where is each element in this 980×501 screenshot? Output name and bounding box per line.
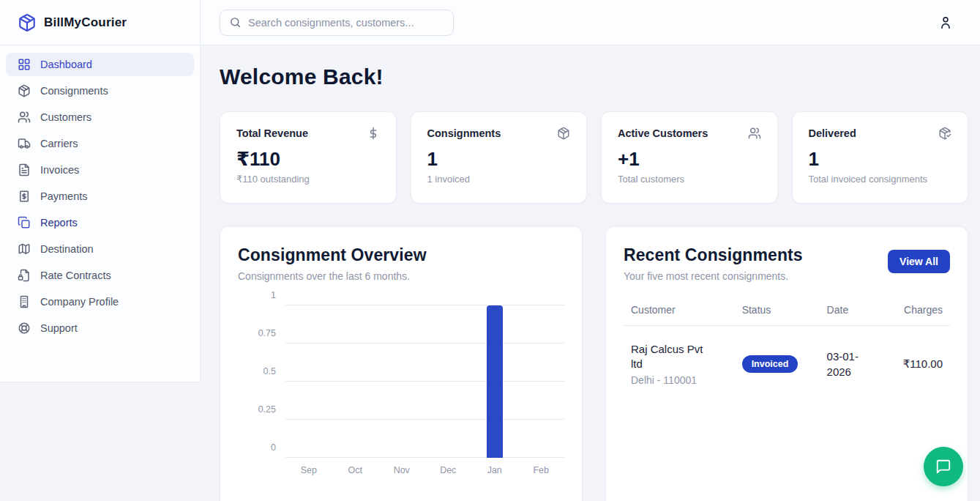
- sidebar-item-label: Support: [40, 322, 78, 334]
- sidebar-nav: Dashboard Consignments Customers Carrier…: [0, 45, 200, 350]
- dollar-icon: [367, 127, 380, 140]
- sidebar-item-label: Reports: [40, 217, 78, 229]
- chart-y-tick-label: 0.75: [238, 328, 276, 338]
- sidebar-item-consignments[interactable]: Consignments: [6, 79, 194, 103]
- col-header-date: Date: [820, 300, 891, 326]
- sidebar-item-dashboard[interactable]: Dashboard: [6, 53, 194, 76]
- chart-x-tick-label: Dec: [425, 465, 472, 475]
- chart-x-tick-label: Sep: [285, 465, 332, 475]
- sidebar-item-label: Dashboard: [40, 59, 92, 70]
- copy-icon: [18, 216, 31, 229]
- sidebar-item-support[interactable]: Support: [6, 316, 194, 340]
- chart-x-tick-label: Oct: [332, 465, 379, 475]
- bar-chart: 00.250.50.751 SepOctNovDecJanFeb: [238, 305, 564, 475]
- chart-bar-column: [285, 305, 332, 458]
- stat-subtext: Total invoiced consignments: [809, 174, 952, 185]
- stat-title: Delivered: [809, 127, 856, 139]
- chart-y-tick-label: 0: [238, 442, 276, 453]
- file-lock-icon: [18, 269, 31, 282]
- main-content: Welcome Back! Total Revenue ₹110 ₹110 ou…: [201, 45, 980, 501]
- user-menu-button[interactable]: [938, 15, 953, 30]
- chart-y-tick-label: 0.25: [238, 404, 276, 415]
- col-header-status: Status: [735, 300, 820, 326]
- view-all-button[interactable]: View All: [888, 250, 950, 273]
- recent-subtitle: Your five most recent consignments.: [624, 270, 803, 282]
- sidebar-item-rate-contracts[interactable]: Rate Contracts: [6, 264, 194, 287]
- package-check-icon: [938, 127, 951, 140]
- chart-x-labels: SepOctNovDecJanFeb: [285, 465, 564, 475]
- stat-subtext: Total customers: [618, 174, 761, 185]
- chart-x-tick-label: Nov: [378, 465, 425, 475]
- chat-button[interactable]: [924, 447, 963, 486]
- table-row[interactable]: Raj Calcus Pvt ltd Delhi - 110001 Invoic…: [624, 326, 950, 393]
- sidebar-item-label: Invoices: [40, 164, 79, 176]
- customer-location: Delhi - 110001: [631, 374, 727, 386]
- package-logo-icon: [18, 13, 37, 32]
- sidebar-item-reports[interactable]: Reports: [6, 211, 194, 234]
- stat-subtext: 1 invoiced: [427, 174, 571, 185]
- stat-title: Active Customers: [618, 127, 708, 139]
- sidebar-item-label: Consignments: [40, 85, 108, 97]
- sidebar-item-company-profile[interactable]: Company Profile: [6, 290, 194, 313]
- brand-name: BillMyCourier: [44, 15, 127, 30]
- consignment-date: 03-01-2026: [827, 349, 875, 379]
- package-icon: [557, 127, 570, 140]
- status-badge: Invoiced: [742, 355, 798, 373]
- chart-y-tick-label: 0.5: [238, 366, 276, 376]
- chart-bar[interactable]: [487, 305, 503, 458]
- stat-value: 1: [427, 148, 571, 171]
- sidebar-item-payments[interactable]: Payments: [6, 185, 194, 208]
- chart-bar-column: [518, 305, 565, 458]
- users-icon: [18, 111, 31, 124]
- col-header-customer: Customer: [624, 300, 735, 326]
- chart-bars: [285, 305, 564, 458]
- sidebar-item-label: Customers: [40, 111, 91, 123]
- stat-card-delivered: Delivered 1 Total invoiced consignments: [792, 111, 969, 204]
- sidebar-item-carriers[interactable]: Carriers: [6, 132, 194, 155]
- recent-title: Recent Consignments: [624, 245, 803, 265]
- sidebar-item-label: Rate Contracts: [40, 270, 111, 281]
- user-icon: [938, 15, 953, 30]
- receipt-dollar-icon: [18, 190, 31, 203]
- sidebar-item-customers[interactable]: Customers: [6, 105, 194, 129]
- chart-subtitle: Consignments over the last 6 months.: [238, 270, 564, 282]
- life-buoy-icon: [18, 322, 31, 335]
- consignment-charges: ₹110.00: [891, 326, 950, 393]
- stat-title: Total Revenue: [236, 127, 308, 139]
- page-title: Welcome Back!: [220, 64, 968, 89]
- stat-card-total-revenue: Total Revenue ₹110 ₹110 outstanding: [220, 111, 397, 204]
- chat-bubble-icon: [935, 459, 951, 475]
- building-icon: [18, 295, 31, 308]
- sidebar-item-destination[interactable]: Destination: [6, 237, 194, 261]
- stat-card-active-customers: Active Customers +1 Total customers: [601, 111, 778, 204]
- search-box[interactable]: [220, 10, 454, 36]
- consignment-overview-card: Consignment Overview Consignments over t…: [220, 226, 583, 501]
- truck-icon: [18, 137, 31, 150]
- search-input[interactable]: [248, 17, 444, 29]
- stats-row: Total Revenue ₹110 ₹110 outstanding Cons…: [220, 111, 968, 204]
- stat-value: 1: [809, 148, 952, 171]
- sidebar-item-label: Destination: [40, 243, 94, 255]
- chart-plot: 00.250.50.751: [285, 305, 564, 458]
- layout-grid-icon: [18, 58, 31, 71]
- sidebar-item-label: Company Profile: [40, 296, 119, 308]
- recent-consignments-card: Recent Consignments Your five most recen…: [605, 226, 968, 501]
- chart-x-tick-label: Feb: [518, 465, 565, 475]
- chart-bar-column: [425, 305, 472, 458]
- search-icon: [229, 16, 242, 29]
- sidebar-item-label: Carriers: [40, 138, 78, 149]
- stat-value: ₹110: [236, 148, 380, 171]
- chart-x-tick-label: Jan: [471, 465, 518, 475]
- stat-subtext: ₹110 outstanding: [236, 174, 380, 185]
- panels-row: Consignment Overview Consignments over t…: [220, 226, 968, 501]
- chart-bar-column: [378, 305, 425, 458]
- users-icon: [748, 127, 761, 140]
- file-text-icon: [18, 163, 31, 177]
- recent-consignments-table: Customer Status Date Charges Raj Calcus …: [624, 300, 950, 393]
- stat-card-consignments: Consignments 1 1 invoiced: [411, 111, 588, 204]
- chart-bar-column: [471, 305, 518, 458]
- brand: BillMyCourier: [0, 0, 200, 45]
- sidebar: BillMyCourier Dashboard Consignments Cus…: [0, 0, 201, 382]
- sidebar-item-invoices[interactable]: Invoices: [6, 158, 194, 182]
- stat-title: Consignments: [427, 127, 501, 139]
